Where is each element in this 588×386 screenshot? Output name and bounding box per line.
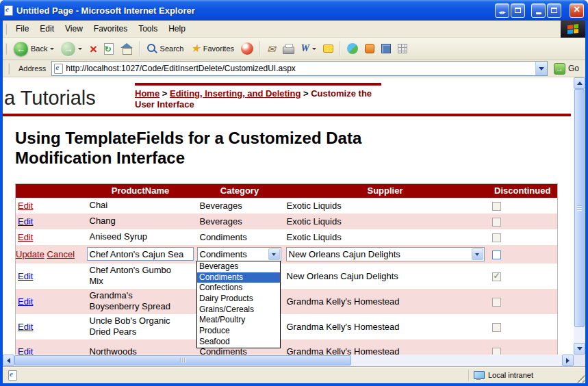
table-row: Edit Aniseed Syrup Condiments Exotic Liq… xyxy=(16,229,558,245)
home-button[interactable] xyxy=(117,42,136,55)
scroll-up-button[interactable] xyxy=(574,77,585,89)
edit-link[interactable]: Edit xyxy=(18,296,33,307)
menu-tools[interactable]: Tools xyxy=(133,22,163,36)
maximize-icon xyxy=(551,8,557,13)
breadcrumb-home-link[interactable]: Home xyxy=(135,88,159,99)
forward-button[interactable] xyxy=(57,40,86,57)
edit-link[interactable]: Edit xyxy=(18,271,33,281)
toolbar-grip[interactable] xyxy=(5,23,7,35)
arrow-up-icon xyxy=(577,79,583,85)
cancel-link[interactable]: Cancel xyxy=(47,249,75,259)
address-dropdown-button[interactable] xyxy=(535,62,547,75)
menu-favorites[interactable]: Favorites xyxy=(88,22,133,36)
discuss-button[interactable] xyxy=(320,43,337,54)
stop-button[interactable] xyxy=(86,41,100,57)
menu-edit[interactable]: Edit xyxy=(34,22,60,36)
favorites-button[interactable]: Favorites xyxy=(187,42,238,55)
breadcrumb-section-link[interactable]: Editing, Inserting, and Deleting xyxy=(170,88,301,99)
browser-window: Untitled Page - Microsoft Internet Explo… xyxy=(0,0,588,386)
research-icon xyxy=(365,44,374,53)
research-button[interactable] xyxy=(361,42,378,55)
product-cell: Northwoods xyxy=(84,339,197,355)
toolbar-grip[interactable] xyxy=(8,63,10,75)
scroll-down-button[interactable] xyxy=(574,343,585,355)
menu-help[interactable]: Help xyxy=(163,22,191,36)
horizontal-scrollbar-thumb[interactable] xyxy=(14,355,351,365)
supplier-cell: Exotic Liquids xyxy=(283,214,488,229)
dropdown-option[interactable]: Confections xyxy=(197,283,280,294)
product-cell: Chai xyxy=(84,198,197,214)
vertical-scrollbar[interactable] xyxy=(574,77,585,355)
toolbar-grip[interactable] xyxy=(5,43,7,55)
category-dropdown[interactable]: Condiments xyxy=(197,247,281,261)
breadcrumb-separator: > xyxy=(162,88,168,99)
supplier-dropdown[interactable]: New Orleans Cajun Delights xyxy=(286,247,485,261)
minimize-button[interactable] xyxy=(531,3,546,18)
discontinued-checkbox[interactable] xyxy=(492,250,501,259)
search-button[interactable]: Search xyxy=(143,42,188,55)
media-button[interactable] xyxy=(238,41,257,56)
title-bar[interactable]: Untitled Page - Microsoft Internet Explo… xyxy=(0,0,588,21)
vertical-scrollbar-thumb[interactable] xyxy=(574,89,585,327)
back-button[interactable]: Back xyxy=(10,40,57,57)
nav-arrows-button[interactable] xyxy=(495,3,509,18)
dropdown-option[interactable]: Grains/Cereals xyxy=(197,305,280,316)
mail-button[interactable] xyxy=(264,42,279,55)
column-header-category: Category xyxy=(197,184,283,198)
dropdown-button[interactable] xyxy=(472,248,483,260)
edit-link[interactable]: Edit xyxy=(18,216,33,227)
minimize-icon xyxy=(536,12,541,14)
dropdown-option[interactable]: Produce xyxy=(197,326,280,337)
dropdown-option[interactable]: Dairy Products xyxy=(197,294,280,305)
print-button[interactable] xyxy=(279,42,298,55)
dropdown-option[interactable]: Meat/Poultry xyxy=(197,315,280,326)
category-cell: Beverages xyxy=(197,198,283,214)
edit-link[interactable]: Edit xyxy=(18,322,33,332)
status-page-icon xyxy=(8,370,17,381)
status-bar: Local intranet xyxy=(3,366,585,383)
menu-file[interactable]: File xyxy=(10,22,34,36)
product-name-input[interactable] xyxy=(87,247,194,261)
page-icon xyxy=(54,64,63,74)
supplier-cell: Grandma Kelly's Homestead xyxy=(283,314,488,339)
product-cell: Chang xyxy=(84,214,197,229)
category-cell: Beverages xyxy=(197,214,283,229)
mail-icon xyxy=(267,44,276,54)
table-row: Edit Chang Beverages Exotic Liquids xyxy=(16,214,558,229)
discontinued-checkbox xyxy=(492,323,501,332)
dropdown-option[interactable]: Seafood xyxy=(197,337,280,348)
window-mode-button[interactable] xyxy=(511,3,525,18)
menu-bar: File Edit View Favorites Tools Help xyxy=(3,21,585,38)
dropdown-option[interactable]: Beverages xyxy=(197,261,280,272)
windows-flag-icon xyxy=(567,23,578,34)
arrow-right-icon xyxy=(566,358,572,363)
maximize-button[interactable] xyxy=(547,3,561,18)
dropdown-option[interactable]: Condiments xyxy=(197,272,280,283)
edit-link[interactable]: Edit xyxy=(18,201,33,211)
refresh-icon xyxy=(104,43,114,55)
scroll-right-button[interactable] xyxy=(562,355,574,366)
menu-view[interactable]: View xyxy=(60,22,88,36)
resize-grip[interactable] xyxy=(576,374,585,383)
grid-addon-button[interactable] xyxy=(394,42,411,55)
update-link[interactable]: Update xyxy=(16,249,44,259)
go-button[interactable]: Go xyxy=(550,63,583,75)
edit-with-word-button[interactable] xyxy=(298,42,320,55)
messenger-button[interactable] xyxy=(344,42,361,55)
breadcrumb: Home > Editing, Inserting, and Deleting … xyxy=(135,83,381,110)
status-separator xyxy=(468,370,470,381)
edit-link[interactable]: Edit xyxy=(18,232,33,242)
table-row: Edit Chef Anton's Gumbo Mix New Orleans … xyxy=(16,263,558,289)
horizontal-scrollbar[interactable] xyxy=(3,355,574,366)
address-input[interactable] xyxy=(66,62,533,75)
scroll-left-button[interactable] xyxy=(3,355,14,366)
sites-button[interactable] xyxy=(378,42,394,55)
discontinued-checkbox xyxy=(492,202,501,211)
discuss-icon xyxy=(323,44,333,53)
refresh-button[interactable] xyxy=(101,42,117,56)
close-button[interactable] xyxy=(570,3,584,18)
forward-icon xyxy=(61,42,75,56)
stop-icon xyxy=(89,42,97,55)
dropdown-button[interactable] xyxy=(268,248,280,260)
edit-link[interactable]: Edit xyxy=(18,346,33,355)
